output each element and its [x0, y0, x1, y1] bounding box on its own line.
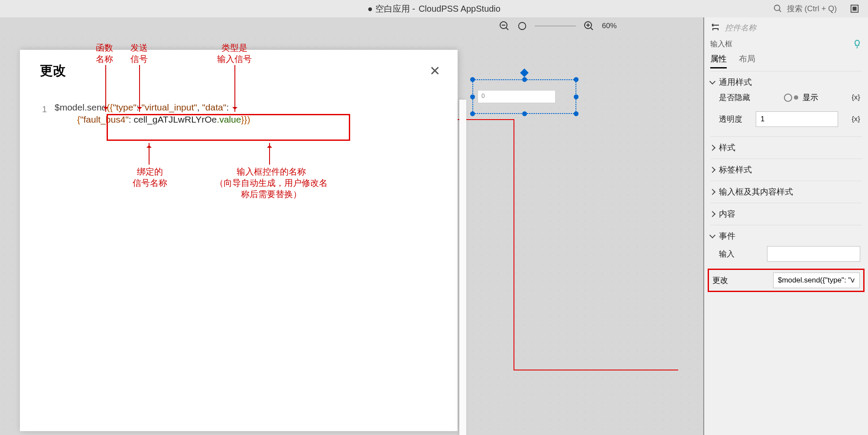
app-title: CloudPSS AppStudio: [419, 4, 501, 14]
annotation-arrow: [105, 65, 106, 112]
close-icon[interactable]: ✕: [429, 63, 440, 78]
svg-point-7: [519, 23, 526, 30]
zoom-slider[interactable]: [535, 26, 576, 26]
annotation-arrow: [139, 65, 140, 112]
search-icon: [773, 4, 783, 13]
search-area[interactable]: 搜索 (Ctrl + Q): [773, 3, 860, 14]
svg-rect-3: [853, 7, 856, 10]
chevron-down-icon: [709, 78, 715, 84]
svg-point-0: [774, 5, 780, 11]
section-content[interactable]: 内容: [710, 208, 862, 220]
chevron-down-icon: [709, 232, 715, 238]
change-event-highlight: 更改: [708, 269, 865, 292]
input-event-label: 输入: [719, 249, 735, 259]
input-event-field[interactable]: [767, 246, 860, 262]
section-input-style[interactable]: 输入框及其内容样式: [710, 186, 862, 198]
app-title-prefix: ● 空白应用 -: [367, 3, 415, 15]
zoom-percent: 60%: [602, 22, 617, 30]
svg-line-1: [779, 10, 781, 12]
hidden-label: 是否隐藏: [719, 92, 750, 103]
title-bar: ● 空白应用 - CloudPSS AppStudio 搜索 (Ctrl + Q…: [0, 0, 868, 17]
zoom-in-icon[interactable]: [584, 21, 594, 31]
tab-layout[interactable]: 布局: [739, 53, 755, 68]
section-style[interactable]: 样式: [710, 142, 862, 153]
resize-handle[interactable]: [522, 77, 527, 82]
zoom-reset-icon[interactable]: [517, 21, 527, 31]
reset-button[interactable]: {x}: [852, 115, 860, 123]
chevron-right-icon: [709, 145, 715, 151]
annotation-code-highlight: [107, 114, 350, 141]
selected-widget[interactable]: 0: [472, 79, 576, 114]
resize-handle[interactable]: [470, 111, 475, 116]
resize-handle[interactable]: [522, 111, 527, 116]
annotation-fn-name: 函数 名称: [96, 42, 113, 65]
fullscreen-icon[interactable]: [850, 4, 859, 13]
resize-handle[interactable]: [574, 111, 579, 116]
panel-heading: 控件名称: [725, 23, 756, 33]
change-event-label: 更改: [712, 275, 728, 286]
chevron-right-icon: [709, 167, 715, 173]
section-label-style[interactable]: 标签样式: [710, 164, 862, 175]
annotation-type: 类型是 输入信号: [217, 42, 252, 65]
annotation-arrow: [149, 143, 150, 165]
zoom-out-icon[interactable]: [499, 21, 510, 31]
reset-button[interactable]: {x}: [852, 93, 860, 102]
annotation-arrow: [234, 65, 235, 112]
resize-handle[interactable]: [470, 77, 475, 82]
annotation-arrow: [269, 143, 270, 165]
annotation-connector: [514, 370, 678, 370]
annotation-connector: [514, 119, 514, 370]
code-editor-modal: 更改 ✕ 1 $model.send({"type": "virtual_inp…: [20, 50, 458, 431]
input-widget[interactable]: 0: [478, 90, 556, 103]
section-general-style[interactable]: 通用样式: [710, 77, 862, 88]
modal-title: 更改: [40, 62, 66, 80]
svg-line-11: [591, 28, 593, 30]
chevron-right-icon: [709, 211, 715, 217]
hidden-toggle[interactable]: 显示: [784, 92, 818, 103]
opacity-input[interactable]: [756, 111, 838, 127]
line-number: 1: [20, 103, 47, 115]
opacity-label: 透明度: [719, 114, 742, 124]
widget-type-label: 输入框: [710, 39, 732, 49]
section-event[interactable]: 事件: [710, 230, 862, 242]
resize-handle[interactable]: [574, 77, 579, 82]
hint-icon[interactable]: [852, 39, 862, 49]
tab-attributes[interactable]: 属性: [710, 53, 727, 68]
annotation-input-ctrl: 输入框控件的名称 （向导自动生成，用户修改名 称后需要替换）: [215, 166, 328, 200]
change-event-field[interactable]: [773, 273, 860, 288]
annotation-bind-signal: 绑定的 信号名称: [133, 166, 167, 188]
resize-handle[interactable]: [574, 94, 579, 99]
search-placeholder: 搜索 (Ctrl + Q): [787, 3, 837, 14]
svg-line-6: [506, 28, 508, 30]
chevron-right-icon: [709, 189, 715, 195]
annotation-send-signal: 发送 信号: [130, 42, 148, 65]
modal-side-handle: [459, 100, 466, 435]
control-icon: [710, 23, 721, 33]
properties-panel: 控件名称 输入框 属性 布局 通用样式 是否隐藏 显示 {x} 透明度 {x} …: [703, 17, 868, 435]
resize-handle[interactable]: [470, 94, 475, 99]
